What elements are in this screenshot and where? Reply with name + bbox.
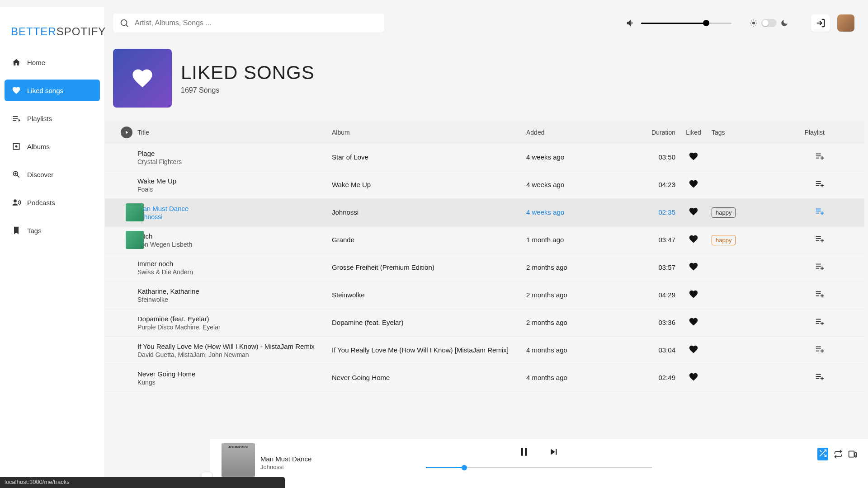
bookmark-icon [12,226,21,235]
liked-heart-icon[interactable] [689,179,698,189]
track-title: Katharine, Katharine [137,287,332,295]
svg-rect-66 [849,451,854,457]
svg-point-6 [121,20,127,26]
sidebar-item-bookmark[interactable]: Tags [5,220,100,241]
track-album: Johnossi [332,208,359,216]
col-header-playlist[interactable]: Playlist [784,129,825,136]
add-to-playlist-icon[interactable] [815,372,825,382]
track-title: Bitch [137,232,332,240]
add-to-playlist-icon[interactable] [815,317,825,327]
track-artist: Johnossi [137,213,332,221]
player-right-controls [817,448,857,460]
track-added: 1 month ago [526,236,564,244]
liked-heart-icon[interactable] [689,206,698,216]
col-header-tags[interactable]: Tags [712,129,784,136]
search-input[interactable] [135,19,378,27]
volume-slider[interactable] [641,23,731,24]
liked-heart-icon[interactable] [689,151,698,161]
add-to-playlist-icon[interactable] [815,344,825,354]
add-to-playlist-icon[interactable] [815,234,825,244]
browser-status-bar: localhost:3000/me/tracks [0,477,285,488]
track-album: Dopamine (feat. Eyelar) [332,319,403,326]
progress-bar[interactable] [426,467,652,468]
track-artist: Foals [137,186,332,193]
svg-line-16 [755,21,756,21]
track-added: 4 months ago [526,346,567,354]
track-added: 4 weeks ago [526,181,564,188]
track-added: 2 months ago [526,291,567,299]
liked-heart-icon[interactable] [689,372,698,382]
tag-chip[interactable]: happy [712,207,736,218]
track-duration: 03:47 [658,236,675,244]
player-album-art[interactable]: JOHNOSSI [222,443,255,477]
add-to-playlist-icon[interactable] [815,179,825,189]
track-added: 4 weeks ago [526,208,564,216]
next-button[interactable] [548,446,560,458]
play-all-button[interactable] [121,127,132,138]
track-added: 2 months ago [526,263,567,271]
shuffle-icon [818,449,827,458]
liked-heart-icon[interactable] [689,289,698,299]
track-duration: 03:57 [658,263,675,271]
add-to-playlist-icon[interactable] [815,262,825,272]
track-title: Man Must Dance [137,205,332,212]
heart-icon [12,86,21,95]
search-box[interactable] [113,14,384,33]
add-to-playlist-icon[interactable] [815,289,825,299]
sidebar-item-discover[interactable]: Discover [5,164,100,185]
col-header-album[interactable]: Album [332,129,526,136]
devices-button[interactable] [848,450,857,459]
sidebar-item-home[interactable]: Home [5,52,100,73]
sidebar-item-heart[interactable]: Liked songs [5,80,100,101]
sidebar-item-podcasts[interactable]: Podcasts [5,192,100,213]
sidebar-item-label: Discover [27,171,53,178]
track-row[interactable]: Immer noch Swiss & Die Andern Grosse Fre… [105,254,864,282]
sidebar-item-album[interactable]: Albums [5,136,100,157]
liked-heart-icon[interactable] [689,344,698,354]
sidebar-item-playlist[interactable]: Playlists [5,108,100,129]
add-to-playlist-icon[interactable] [815,206,825,216]
liked-heart-icon[interactable] [689,262,698,272]
svg-line-65 [820,450,821,452]
heart-icon [131,66,154,90]
track-artist: Kungs [137,379,332,386]
liked-heart-icon[interactable] [689,234,698,244]
pause-button[interactable] [518,446,530,458]
svg-line-2 [17,175,19,178]
sidebar-item-label: Home [27,59,45,66]
progress-thumb[interactable] [462,465,467,470]
col-header-duration[interactable]: Duration [630,129,675,136]
track-row[interactable]: Man Must Dance Johnossi Johnossi 4 weeks… [105,199,864,226]
track-added: 4 months ago [526,374,567,381]
volume-thumb[interactable] [703,20,709,26]
theme-switch[interactable] [761,19,777,27]
svg-point-68 [855,456,856,456]
tag-chip[interactable]: happy [712,235,736,245]
track-album-art [126,231,144,249]
sidebar-item-label: Playlists [27,115,52,122]
volume-icon [626,18,636,28]
app-logo: BETTERSPOTIFY [5,16,100,52]
progress-fill [426,467,464,468]
track-row[interactable]: Dopamine (feat. Eyelar) Purple Disco Mac… [105,309,864,337]
svg-point-5 [14,199,17,202]
repeat-button[interactable] [834,450,843,459]
user-avatar[interactable] [837,14,854,32]
theme-toggle[interactable] [750,19,788,27]
track-row[interactable]: Wake Me Up Foals Wake Me Up 4 weeks ago … [105,171,864,199]
shuffle-button[interactable] [817,448,828,460]
liked-heart-icon[interactable] [689,317,698,327]
track-row[interactable]: Katharine, Katharine Steinwolke Steinwol… [105,282,864,309]
col-header-added[interactable]: Added [526,129,630,136]
track-row[interactable]: Bitch Von Wegen Lisbeth Grande 1 month a… [105,226,864,254]
col-header-title[interactable]: Title [137,129,332,136]
add-to-playlist-icon[interactable] [815,151,825,161]
track-row[interactable]: If You Really Love Me (How Will I Know) … [105,337,864,364]
volume-control[interactable] [626,18,731,28]
track-album: Grosse Freiheit (Premium Edition) [332,263,434,271]
col-header-liked[interactable]: Liked [675,129,712,136]
track-row[interactable]: Plage Crystal Fighters Star of Love 4 we… [105,144,864,171]
track-row[interactable]: Never Going Home Kungs Never Going Home … [105,364,864,392]
login-button[interactable] [811,14,830,32]
page-header: LIKED SONGS 1697 Songs [105,42,868,121]
